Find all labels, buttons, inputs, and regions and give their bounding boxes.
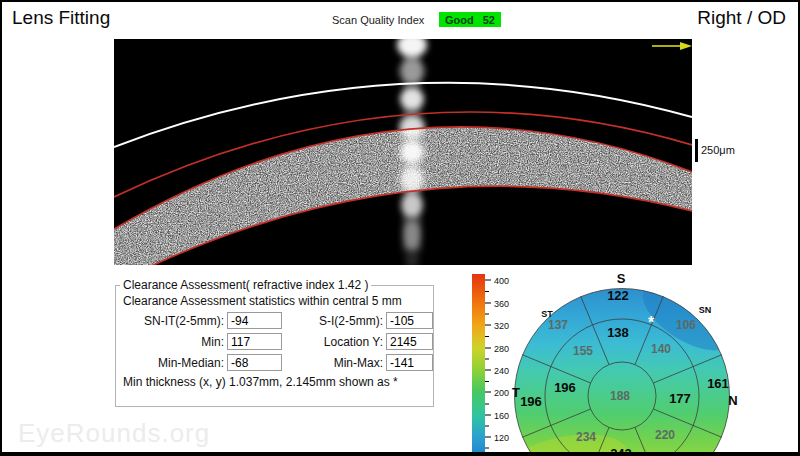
- map-value-outer-n: 161: [707, 376, 729, 391]
- map-value-inner-s: 138: [607, 325, 629, 340]
- colorbar-tick: 400: [494, 276, 509, 286]
- min-median-label: Min-Median:: [116, 356, 224, 370]
- colorbar-tick: 360: [494, 299, 509, 309]
- min-median-field[interactable]: [227, 354, 282, 371]
- scan-quality-label: Scan Quality Index: [332, 14, 424, 26]
- min-thickness-note: Min thickness (x, y) 1.037mm, 2.145mm sh…: [123, 375, 398, 389]
- map-value-center: 188: [610, 389, 630, 403]
- colorbar-tick: 240: [494, 366, 509, 376]
- oct-scan-image: [114, 39, 692, 265]
- colorbar-tick: 120: [494, 433, 509, 443]
- min-label: Min:: [116, 335, 224, 349]
- clearance-panel-subtitle: Clearance Assessment statistics within c…: [123, 294, 402, 308]
- min-thickness-marker: *: [648, 314, 655, 331]
- map-value-inner-it: 234: [576, 430, 596, 444]
- page-title: Lens Fitting: [12, 7, 110, 29]
- location-y-field[interactable]: [386, 333, 433, 350]
- map-value-outer-sn: 106: [676, 318, 696, 332]
- clearance-assessment-panel: Clearance Assessment( refractive index 1…: [115, 285, 434, 407]
- laterality-label: Right / OD: [697, 7, 786, 29]
- colorbar-tick: 200: [494, 388, 509, 398]
- colorbar-tick: 160: [494, 411, 509, 421]
- axis-label-nasal: N: [728, 393, 737, 408]
- sn-it-label: SN-IT(2-5mm):: [116, 314, 224, 328]
- map-value-inner-st: 155: [573, 344, 593, 358]
- map-value-outer-st: 137: [548, 318, 568, 332]
- scale-bar-label: 250μm: [701, 144, 735, 156]
- s-i-label: S-I(2-5mm):: [276, 314, 383, 328]
- scan-quality-badge: Good 52: [439, 12, 501, 27]
- location-y-label: Location Y:: [276, 335, 383, 349]
- s-i-field[interactable]: [386, 312, 433, 329]
- map-value-inner-i: 243: [610, 446, 632, 456]
- map-value-outer-s: 122: [607, 288, 629, 303]
- colorbar-tick: 280: [494, 344, 509, 354]
- axis-label-temporal: T: [512, 385, 520, 400]
- watermark: EyeRounds.org: [18, 418, 210, 449]
- scan-quality-score: 52: [483, 14, 495, 26]
- colorbar: 400 360 320 280 240 200 160 120: [472, 274, 509, 456]
- axis-label-superior: S: [617, 271, 626, 286]
- min-max-field[interactable]: [386, 354, 433, 371]
- map-value-inner-t: 196: [554, 380, 576, 395]
- scale-bar: [695, 139, 698, 162]
- axis-label-superior-nasal: SN: [699, 305, 712, 315]
- map-value-inner-n: 177: [669, 391, 691, 406]
- clearance-map: 400 360 320 280 240 200 160 120: [464, 270, 747, 456]
- scan-quality-status: Good: [445, 14, 474, 26]
- colorbar-tick: 320: [494, 321, 509, 331]
- min-field[interactable]: [227, 333, 282, 350]
- min-max-label: Min-Max:: [276, 356, 383, 370]
- clearance-panel-title: Clearance Assessment( refractive index 1…: [120, 278, 371, 292]
- sn-it-field[interactable]: [227, 312, 282, 329]
- map-value-inner-in: 220: [655, 428, 675, 442]
- sector-map: S ST SN T N 122 137 106 196 161 138 155 …: [495, 270, 747, 456]
- map-value-inner-sn: 140: [651, 342, 671, 356]
- map-value-outer-t: 196: [520, 394, 542, 409]
- lens-fitting-window: Lens Fitting Scan Quality Index Good 52 …: [0, 0, 800, 456]
